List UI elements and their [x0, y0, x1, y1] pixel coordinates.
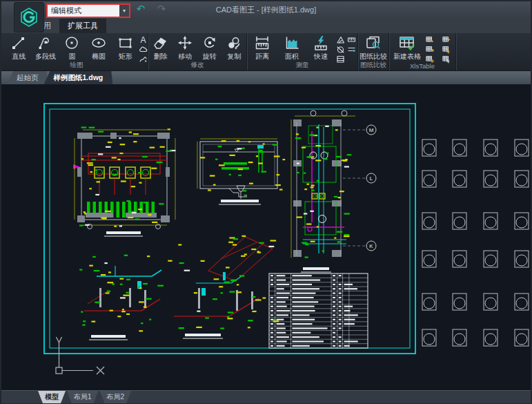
- tool-label: 直线: [12, 52, 26, 61]
- tool-label: 复制: [227, 52, 241, 61]
- tool-label: 新建表格: [393, 52, 421, 61]
- rotate-icon: [201, 35, 218, 51]
- svg-text:A: A: [140, 35, 146, 44]
- tool-distance-button[interactable]: 距离: [248, 34, 276, 61]
- tool-circle-button[interactable]: 圆: [59, 34, 86, 61]
- undo-button[interactable]: ↶: [134, 2, 148, 16]
- tool-move-button[interactable]: 移动: [173, 34, 198, 61]
- ribbon-group-modify: 删除移动旋转复制 修改: [148, 33, 247, 70]
- ribbon: 直线多段线圆椭圆矩形A 绘图 删除移动旋转复制 修改 距离面积快速 测量 图纸比…: [1, 33, 531, 71]
- ribbon-tab-extended-tools[interactable]: 扩展工具: [59, 19, 106, 33]
- tool-polyline-button[interactable]: 多段线: [32, 34, 59, 61]
- svg-text:L: L: [370, 175, 373, 182]
- quick-measure-icon: [313, 35, 329, 51]
- svg-text:M: M: [369, 127, 374, 133]
- document-tab-bar: 起始页样例图纸1.dwg: [1, 71, 531, 84]
- drawing-canvas[interactable]: MLK: [1, 84, 531, 390]
- tool-label: 多段线: [35, 52, 56, 61]
- tool-ruler-measure-button[interactable]: [347, 35, 356, 44]
- isometric-drawing-2: [174, 235, 279, 338]
- group-label-measure: 测量: [247, 61, 357, 70]
- tool-label: 旋转: [203, 52, 217, 61]
- ribbon-tab-bar: 常用扩展工具: [1, 19, 531, 33]
- line-icon: [10, 35, 27, 51]
- tool-angle-measure-button[interactable]: [336, 35, 345, 44]
- edit-mode-dropdown[interactable]: 编辑模式 ▾: [46, 3, 130, 18]
- tool-area-button[interactable]: 面积: [278, 34, 306, 61]
- tool-xls-tool-3-button[interactable]: [425, 45, 434, 54]
- ribbon-group-measure: 距离面积快速 测量: [247, 33, 358, 70]
- polyline-icon: [37, 35, 54, 51]
- copy-icon: [226, 35, 242, 51]
- riser-plan-drawing: [291, 110, 355, 258]
- layout-tab-layout2[interactable]: 布局2: [100, 391, 132, 403]
- chevron-down-icon[interactable]: ▾: [119, 5, 129, 17]
- tool-line-button[interactable]: 直线: [6, 34, 32, 61]
- new-table-icon: [398, 35, 416, 51]
- tool-offset-measure-button[interactable]: [347, 45, 356, 54]
- circle-icon: [63, 35, 80, 51]
- grid-bubbles: MLK: [343, 125, 376, 251]
- app-window: CAD看图王 - [样例图纸1.dwg] 编辑模式 ▾ ↶ ↷ 常用扩展工具 直…: [0, 0, 532, 404]
- ellipse-icon: [90, 35, 107, 51]
- tool-rotate-button[interactable]: 旋转: [197, 34, 222, 61]
- tool-arc-measure-button[interactable]: [336, 45, 345, 54]
- isometric-drawing-1: [79, 255, 172, 340]
- tool-new-table-button[interactable]: 新建表格: [393, 34, 421, 61]
- tool-erase-button[interactable]: 删除: [148, 34, 173, 61]
- tool-revision-cloud-button[interactable]: [139, 45, 148, 54]
- tool-label: 快速: [314, 52, 328, 61]
- distance-icon: [254, 35, 270, 51]
- tool-rectangle-button[interactable]: 矩形: [112, 34, 139, 61]
- group-label-xlstable: XlsTable: [389, 62, 455, 70]
- tool-drawing-compare-button[interactable]: 图纸比较: [359, 34, 387, 61]
- tool-text-button[interactable]: A: [139, 35, 148, 44]
- tool-label: 面积: [285, 52, 299, 61]
- tool-label: 椭圆: [92, 52, 106, 61]
- tool-copy-button[interactable]: 复制: [222, 34, 247, 61]
- drawing-compare-icon: [364, 35, 382, 51]
- plan-drawing: [73, 126, 175, 236]
- layout-tab-model[interactable]: 模型: [38, 391, 66, 403]
- document-tab-drawing[interactable]: 样例图纸1.dwg: [44, 71, 113, 84]
- edit-mode-value: 编辑模式: [48, 6, 119, 16]
- group-label-compare: 图纸比较: [358, 61, 388, 70]
- tool-ellipse-button[interactable]: 椭圆: [86, 34, 112, 61]
- tool-label: 圆: [68, 52, 75, 61]
- app-logo-icon[interactable]: [14, 2, 44, 32]
- tool-quick-measure-button[interactable]: 快速: [307, 34, 335, 61]
- ribbon-group-xlstable: 新建表格 XlsTable: [389, 33, 456, 70]
- symbol-grid: [422, 140, 529, 346]
- tool-label: 图纸比较: [359, 52, 387, 61]
- ucs-icon: [56, 337, 104, 374]
- section-drawing: [197, 139, 285, 204]
- svg-text:K: K: [369, 243, 373, 249]
- group-label-draw: 绘图: [6, 61, 148, 70]
- move-icon: [177, 35, 193, 51]
- layout-tab-bar: 模型布局1布局2: [1, 390, 531, 403]
- tool-xls-tool-2-button[interactable]: [442, 35, 451, 44]
- rectangle-icon: [117, 35, 134, 51]
- erase-icon: [152, 35, 169, 51]
- tool-label: 移动: [178, 52, 192, 61]
- ribbon-group-compare: 图纸比较 图纸比较: [358, 33, 389, 70]
- tool-xls-tool-1-button[interactable]: [425, 35, 434, 44]
- ribbon-group-draw: 直线多段线圆椭圆矩形A 绘图: [6, 33, 148, 70]
- tool-label: 删除: [154, 52, 168, 61]
- document-tab-start-page[interactable]: 起始页: [7, 71, 48, 84]
- tool-xls-tool-4-button[interactable]: [442, 45, 451, 54]
- redo-button[interactable]: ↷: [155, 2, 168, 16]
- material-table: [269, 267, 368, 348]
- area-icon: [284, 35, 300, 51]
- group-label-modify: 修改: [148, 61, 246, 70]
- layout-tab-layout1[interactable]: 布局1: [67, 391, 99, 403]
- tool-label: 矩形: [119, 52, 132, 61]
- tool-label: 距离: [255, 52, 269, 61]
